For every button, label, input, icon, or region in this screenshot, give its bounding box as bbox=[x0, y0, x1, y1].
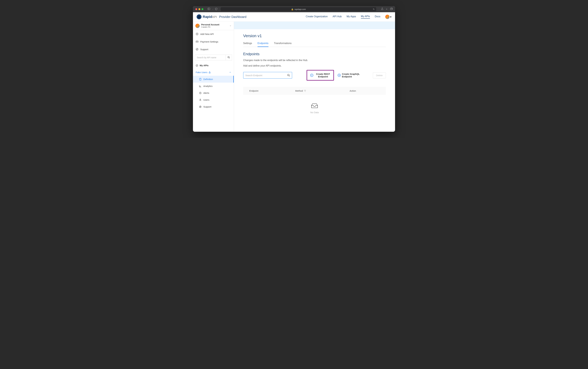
address-bar[interactable]: 🔒 rapidapi.com ↻ bbox=[221, 7, 376, 11]
user-menu[interactable]: ▾ bbox=[385, 15, 391, 19]
check-circle-icon bbox=[196, 64, 198, 67]
search-endpoint-input[interactable] bbox=[245, 74, 287, 77]
delete-button[interactable]: Delete bbox=[373, 72, 386, 78]
sidebar-section-label: My APIs bbox=[200, 64, 209, 67]
credit-card-icon bbox=[196, 40, 199, 43]
share-icon[interactable] bbox=[381, 8, 383, 11]
inbox-icon bbox=[311, 102, 318, 109]
svg-point-12 bbox=[196, 64, 198, 66]
create-gql-label: Create GraphQL Endpoint bbox=[342, 73, 369, 78]
brand-light: API bbox=[212, 15, 217, 19]
compass-icon bbox=[199, 106, 201, 108]
browser-titlebar: ‹ › 🔒 rapidapi.com ↻ + bbox=[193, 6, 395, 12]
column-method-label: Method bbox=[295, 90, 303, 92]
close-window[interactable] bbox=[195, 8, 197, 10]
refresh-icon[interactable]: ↻ bbox=[373, 8, 375, 10]
clock-icon bbox=[199, 92, 201, 94]
search-icon bbox=[287, 74, 290, 77]
nav-docs[interactable]: Docs bbox=[375, 15, 380, 19]
lock-icon: 🔒 bbox=[291, 8, 294, 10]
create-graphql-endpoint-button[interactable]: + Create GraphQL Endpoint bbox=[338, 73, 369, 78]
avatar bbox=[385, 15, 389, 19]
svg-rect-13 bbox=[209, 72, 210, 73]
minimize-window[interactable] bbox=[199, 8, 200, 10]
sidebar-item-label: Add New API bbox=[200, 33, 214, 35]
account-name: Catalin Pit bbox=[201, 26, 228, 28]
sub-item-label: Support bbox=[203, 105, 211, 108]
svg-rect-7 bbox=[196, 41, 198, 42]
filter-icon[interactable] bbox=[304, 90, 306, 92]
nav-api-hub[interactable]: API Hub bbox=[333, 15, 342, 19]
search-api-input[interactable] bbox=[195, 55, 226, 60]
tab-transformations[interactable]: Transformations bbox=[274, 42, 292, 47]
plus-circle-icon: + bbox=[338, 74, 341, 77]
endpoints-table: Endpoint Method Action No Data bbox=[243, 87, 386, 121]
tabs-overview-icon[interactable] bbox=[390, 8, 393, 10]
chevron-down-icon bbox=[230, 24, 231, 27]
sidebar-toggle-icon[interactable] bbox=[208, 8, 210, 10]
section-desc-1: Changes made to the endpoints will be re… bbox=[243, 59, 386, 62]
dashboard-title: Provider Dashboard bbox=[219, 15, 246, 19]
sidebar-sub-support[interactable]: Support bbox=[193, 103, 234, 110]
svg-rect-14 bbox=[200, 78, 201, 80]
svg-rect-0 bbox=[208, 8, 210, 10]
back-button[interactable]: ‹ bbox=[212, 8, 213, 10]
page-title: Version v1 bbox=[243, 33, 386, 38]
column-action: Action bbox=[326, 90, 380, 92]
create-rest-label: Create REST Endpoint bbox=[316, 73, 330, 78]
create-rest-endpoint-button[interactable]: + Create REST Endpoint bbox=[306, 70, 334, 81]
api-name-label: Fake Users bbox=[196, 71, 208, 74]
svg-point-3 bbox=[199, 16, 200, 17]
sidebar-my-apis-header[interactable]: My APIs bbox=[193, 62, 234, 69]
maximize-window[interactable] bbox=[201, 8, 203, 10]
shield-icon bbox=[215, 8, 217, 11]
user-icon bbox=[199, 99, 201, 101]
notice-bar bbox=[234, 21, 395, 29]
nav-my-apis[interactable]: My APIs bbox=[361, 15, 370, 19]
sidebar-payment-settings[interactable]: Payment Settings bbox=[193, 38, 234, 45]
document-icon bbox=[199, 78, 201, 80]
lock-icon bbox=[209, 71, 210, 73]
column-endpoint[interactable]: Endpoint bbox=[249, 90, 295, 92]
tabs: Settings Endpoints Transformations bbox=[243, 42, 386, 47]
sidebar-add-api[interactable]: Add New API bbox=[193, 30, 234, 38]
logo[interactable]: RapidAPI bbox=[197, 14, 217, 19]
sidebar-support[interactable]: Support bbox=[193, 45, 234, 53]
plus-circle-icon: + bbox=[310, 74, 313, 77]
empty-text: No Data bbox=[243, 111, 386, 114]
nav-my-apps[interactable]: My Apps bbox=[347, 15, 356, 19]
sidebar-api-fake-users[interactable]: Fake Users bbox=[193, 69, 234, 76]
svg-point-24 bbox=[288, 74, 289, 76]
sidebar-sub-definition[interactable]: Definition bbox=[193, 76, 234, 83]
logo-icon bbox=[197, 14, 201, 19]
chevron-up-icon bbox=[229, 71, 231, 74]
nav-create-organization[interactable]: Create Organization bbox=[306, 15, 328, 19]
search-api-button[interactable] bbox=[226, 55, 232, 60]
account-avatar bbox=[195, 24, 200, 28]
sidebar-sub-analytics[interactable]: Analytics bbox=[193, 83, 234, 90]
chevron-down-icon: ▾ bbox=[390, 15, 391, 18]
svg-point-9 bbox=[196, 48, 198, 50]
svg-point-22 bbox=[200, 99, 201, 100]
search-icon bbox=[228, 56, 230, 59]
tab-endpoints[interactable]: Endpoints bbox=[258, 42, 268, 47]
sidebar-sub-users[interactable]: Users bbox=[193, 96, 234, 103]
url-text: rapidapi.com bbox=[294, 8, 306, 10]
sub-item-label: Users bbox=[203, 99, 209, 101]
sidebar-item-label: Payment Settings bbox=[200, 40, 218, 43]
sidebar-item-label: Support bbox=[200, 48, 208, 51]
column-method[interactable]: Method bbox=[295, 90, 326, 92]
sub-item-label: Definition bbox=[203, 78, 213, 80]
sub-item-label: Analytics bbox=[203, 85, 212, 87]
compass-icon bbox=[196, 48, 199, 51]
new-tab-icon[interactable]: + bbox=[386, 8, 388, 10]
svg-line-25 bbox=[289, 76, 290, 77]
tab-settings[interactable]: Settings bbox=[243, 42, 252, 47]
svg-line-11 bbox=[229, 58, 230, 58]
app-header: RapidAPI Provider Dashboard Create Organ… bbox=[193, 12, 395, 21]
sidebar-sub-alerts[interactable]: Alerts bbox=[193, 90, 234, 96]
svg-point-23 bbox=[199, 106, 201, 108]
svg-rect-2 bbox=[390, 8, 392, 10]
account-switcher[interactable]: Personal Account Catalin Pit bbox=[193, 21, 234, 30]
plus-circle-icon bbox=[196, 33, 199, 35]
